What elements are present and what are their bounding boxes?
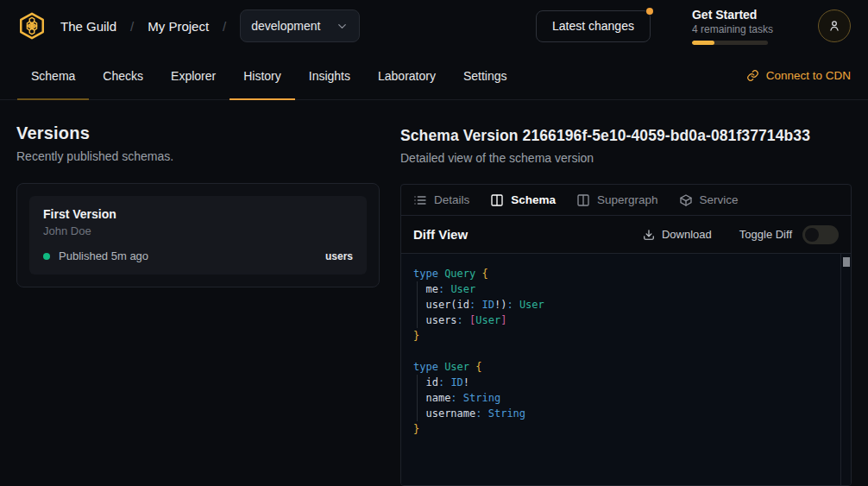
- version-list: First VersionJohn DoePublished 5m agouse…: [29, 196, 367, 275]
- list-icon: [413, 193, 427, 207]
- detail-tab-service[interactable]: Service: [679, 193, 739, 207]
- code-line: id: ID!: [413, 375, 830, 390]
- diff-toolbar-actions: Download Toggle Diff: [643, 225, 839, 244]
- version-detail-title: Schema Version 2166196f-5e10-4059-bd0a-0…: [400, 127, 852, 145]
- columns-icon: [576, 193, 590, 207]
- toggle-diff-label: Toggle Diff: [739, 228, 792, 241]
- code-scrollbar-thumb[interactable]: [843, 257, 850, 267]
- indent-guide: [417, 281, 418, 328]
- main-content: Versions Recently published schemas. Fir…: [0, 100, 868, 486]
- detail-tab-details[interactable]: Details: [413, 193, 469, 207]
- code-line: type Query {: [413, 266, 830, 281]
- version-list-item[interactable]: First VersionJohn DoePublished 5m agouse…: [29, 196, 367, 275]
- diff-view-title: Diff View: [413, 227, 468, 242]
- connect-cdn-label: Connect to CDN: [766, 69, 851, 82]
- detail-tab-label: Details: [434, 193, 469, 206]
- detail-tab-label: Schema: [511, 193, 556, 206]
- get-started-subtitle: 4 remaining tasks: [692, 23, 773, 35]
- cube-icon: [679, 193, 693, 207]
- latest-changes-label: Latest changes: [552, 19, 634, 33]
- code-line: user(id: ID!): User: [413, 297, 830, 312]
- nav-tab-checks[interactable]: Checks: [89, 52, 157, 99]
- breadcrumb-separator: /: [130, 19, 134, 34]
- breadcrumb-project[interactable]: My Project: [148, 19, 209, 34]
- download-label: Download: [662, 228, 712, 241]
- code-line: me: User: [413, 281, 830, 297]
- notification-dot: [646, 8, 653, 15]
- code-line: [413, 344, 830, 359]
- toggle-diff-switch[interactable]: [802, 225, 839, 244]
- version-detail-section: Schema Version 2166196f-5e10-4059-bd0a-0…: [400, 100, 852, 486]
- target-selector-value: development: [251, 19, 320, 33]
- download-button[interactable]: Download: [643, 228, 712, 241]
- latest-changes-button[interactable]: Latest changes: [536, 10, 651, 42]
- indent-guide: [417, 375, 418, 421]
- code-line: username: String: [413, 406, 830, 421]
- nav-tab-explorer[interactable]: Explorer: [157, 52, 230, 99]
- version-meta-row: Published 5m agousers: [43, 249, 353, 262]
- person-icon: [827, 18, 842, 34]
- nav-tab-history[interactable]: History: [230, 52, 295, 99]
- detail-tab-schema[interactable]: Schema: [490, 193, 556, 207]
- get-started-progress: [692, 41, 768, 45]
- code-viewer: type Query { me: User user(id: ID!): Use…: [401, 254, 851, 485]
- get-started-widget[interactable]: Get Started 4 remaining tasks: [692, 8, 773, 45]
- download-icon: [643, 229, 655, 241]
- header: The Guild / My Project / development Lat…: [0, 0, 868, 52]
- version-detail-subtitle: Detailed view of the schema version: [400, 151, 852, 165]
- breadcrumb-org[interactable]: The Guild: [60, 19, 116, 34]
- primary-nav: SchemaChecksExplorerHistoryInsightsLabor…: [0, 52, 868, 100]
- link-icon: [746, 69, 759, 82]
- app-root: The Guild / My Project / development Lat…: [0, 0, 868, 486]
- get-started-title: Get Started: [692, 8, 773, 22]
- published-status-dot: [43, 253, 50, 260]
- nav-tab-laboratory[interactable]: Laboratory: [364, 52, 450, 99]
- toggle-knob: [805, 228, 819, 242]
- versions-card: First VersionJohn DoePublished 5m agouse…: [16, 183, 380, 287]
- schema-code[interactable]: type Query { me: User user(id: ID!): Use…: [401, 254, 851, 449]
- get-started-progress-fill: [692, 41, 714, 45]
- versions-section: Versions Recently published schemas. Fir…: [16, 100, 400, 486]
- columns-icon: [490, 193, 504, 207]
- code-line: type User {: [413, 359, 830, 375]
- versions-title: Versions: [16, 123, 380, 143]
- guild-logo-icon[interactable]: [17, 11, 47, 41]
- nav-tabs: SchemaChecksExplorerHistoryInsightsLabor…: [17, 52, 521, 99]
- breadcrumb-separator: /: [223, 19, 226, 34]
- target-selector[interactable]: development: [240, 9, 360, 42]
- version-status: Published 5m ago: [59, 249, 148, 262]
- versions-subtitle: Recently published schemas.: [16, 149, 380, 163]
- user-avatar[interactable]: [818, 9, 851, 42]
- detail-tab-label: Service: [700, 193, 739, 206]
- nav-tab-settings[interactable]: Settings: [450, 52, 521, 99]
- diff-toolbar: Diff View Download: [401, 216, 851, 254]
- detail-tabs: DetailsSchemaSupergraphService: [401, 185, 851, 216]
- service-badge: users: [325, 250, 353, 262]
- breadcrumb: The Guild / My Project /: [60, 19, 226, 34]
- detail-tab-label: Supergraph: [597, 193, 658, 206]
- schema-version-panel: DetailsSchemaSupergraphService Diff View: [400, 184, 852, 486]
- code-line: }: [413, 328, 830, 344]
- code-scrollbar[interactable]: [840, 254, 851, 485]
- detail-tab-supergraph[interactable]: Supergraph: [576, 193, 658, 207]
- connect-cdn-link[interactable]: Connect to CDN: [746, 52, 851, 99]
- nav-tab-insights[interactable]: Insights: [295, 52, 364, 99]
- code-line: users: [User]: [413, 312, 830, 328]
- chevron-down-icon: [336, 20, 349, 33]
- header-right: Latest changes Get Started 4 remaining t…: [536, 8, 851, 45]
- version-author: John Doe: [43, 224, 353, 237]
- nav-tab-schema[interactable]: Schema: [17, 52, 89, 99]
- code-line: name: String: [413, 390, 830, 406]
- version-name: First Version: [43, 207, 353, 221]
- code-line: }: [413, 421, 830, 437]
